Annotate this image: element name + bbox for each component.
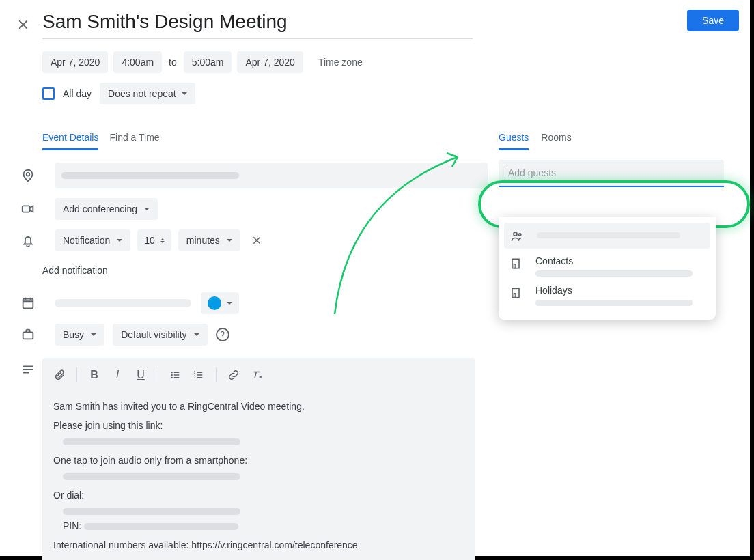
location-icon: [14, 168, 42, 183]
close-button[interactable]: [14, 15, 33, 34]
conferencing-label: Add conferencing: [63, 204, 137, 214]
desc-line: Or dial: PIN:: [53, 488, 464, 533]
svg-rect-3: [23, 332, 33, 339]
suggestion-label: Contacts: [535, 255, 706, 266]
chevron-down-icon: [227, 302, 232, 307]
link-button[interactable]: [223, 365, 244, 385]
stepper-icon: [160, 236, 165, 245]
description-icon: [14, 362, 42, 377]
event-title-input[interactable]: [42, 8, 473, 39]
tab-guests[interactable]: Guests: [499, 132, 529, 150]
allday-checkbox[interactable]: [42, 87, 55, 100]
tab-find-a-time[interactable]: Find a Time: [109, 132, 159, 150]
svg-rect-13: [514, 264, 516, 268]
location-input[interactable]: [55, 163, 488, 188]
desc-line: International numbers available: https:/…: [53, 537, 464, 552]
timezone-link[interactable]: Time zone: [318, 57, 363, 68]
svg-point-0: [27, 173, 30, 176]
event-color-select[interactable]: [201, 292, 239, 314]
bullet-list-button[interactable]: [165, 365, 186, 385]
svg-point-5: [171, 374, 173, 376]
add-guests-placeholder: Add guests: [508, 167, 556, 178]
calendar-select[interactable]: [55, 299, 191, 307]
numbered-list-button[interactable]: 123: [188, 365, 209, 385]
desc-line: One tap to join audio only from a smartp…: [53, 453, 464, 484]
svg-rect-2: [23, 299, 33, 309]
add-guests-input[interactable]: Add guests: [499, 160, 724, 187]
notification-type-select[interactable]: Notification: [55, 229, 130, 251]
suggestion-item[interactable]: [504, 223, 710, 249]
briefcase-icon: [14, 327, 42, 342]
svg-point-6: [171, 377, 173, 378]
calendar-icon: [14, 296, 42, 311]
chevron-down-icon: [117, 239, 122, 244]
underline-button[interactable]: U: [130, 365, 151, 385]
room-icon: [508, 257, 523, 270]
end-time-chip[interactable]: 5:00am: [184, 51, 232, 73]
color-dot: [208, 296, 221, 310]
remove-notification-button[interactable]: [247, 231, 266, 250]
bold-button[interactable]: B: [84, 365, 104, 385]
suggestion-label: Holidays: [535, 285, 706, 296]
notification-unit-select[interactable]: minutes: [178, 229, 240, 251]
svg-rect-1: [23, 206, 30, 212]
save-button[interactable]: Save: [687, 10, 739, 31]
notification-value-input[interactable]: 10: [137, 229, 171, 251]
busy-select[interactable]: Busy: [55, 324, 104, 346]
end-date-chip[interactable]: Apr 7, 2020: [237, 51, 303, 73]
video-icon: [14, 201, 42, 216]
bell-icon: [14, 233, 42, 248]
tab-rooms[interactable]: Rooms: [541, 132, 571, 150]
repeat-select[interactable]: Does not repeat: [100, 83, 195, 104]
datetime-row: Apr 7, 2020 4:00am to 5:00am Apr 7, 2020…: [42, 51, 750, 73]
to-label: to: [167, 57, 178, 68]
desc-line: Please join using this link:: [53, 418, 464, 449]
add-notification-link[interactable]: Add notification: [42, 261, 492, 276]
desc-line: Sam Smith has invited you to a RingCentr…: [53, 399, 464, 414]
repeat-label: Does not repeat: [108, 88, 176, 99]
help-icon[interactable]: ?: [216, 328, 229, 341]
start-date-chip[interactable]: Apr 7, 2020: [42, 51, 108, 73]
italic-button[interactable]: I: [107, 365, 128, 385]
svg-rect-15: [514, 294, 516, 298]
svg-point-4: [171, 372, 173, 373]
add-conferencing-select[interactable]: Add conferencing: [55, 198, 158, 220]
svg-point-11: [519, 234, 521, 236]
start-time-chip[interactable]: 4:00am: [113, 51, 162, 73]
svg-point-10: [514, 232, 517, 236]
svg-text:3: 3: [194, 375, 196, 379]
room-icon: [508, 286, 523, 300]
chevron-down-icon: [194, 333, 199, 339]
description-box: B I U 123: [42, 358, 475, 560]
people-icon: [509, 229, 525, 243]
chevron-down-icon: [91, 333, 96, 339]
attach-icon[interactable]: [49, 365, 70, 385]
description-toolbar: B I U 123: [42, 358, 475, 392]
description-body[interactable]: Sam Smith has invited you to a RingCentr…: [42, 392, 475, 553]
clear-formatting-button[interactable]: [247, 365, 267, 385]
visibility-select[interactable]: Default visibility: [113, 324, 207, 346]
chevron-down-icon: [227, 239, 232, 244]
guests-suggestion-dropdown: Contacts Holidays: [499, 217, 716, 320]
suggestion-item-holidays[interactable]: Holidays: [499, 281, 716, 310]
suggestion-item-contacts[interactable]: Contacts: [499, 251, 716, 281]
tab-event-details[interactable]: Event Details: [42, 132, 98, 150]
chevron-down-icon: [144, 208, 150, 213]
allday-label: All day: [63, 88, 92, 99]
chevron-down-icon: [182, 92, 187, 98]
